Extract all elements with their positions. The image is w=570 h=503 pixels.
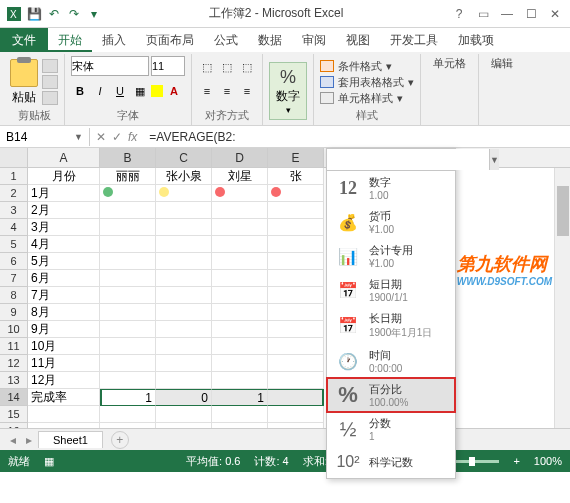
align-bottom-icon[interactable]: ⬚ — [238, 58, 256, 76]
row-header[interactable]: 10 — [0, 321, 28, 338]
cell[interactable] — [156, 219, 212, 236]
format-option-fraction[interactable]: ½分数1 — [327, 412, 455, 446]
font-color-button[interactable]: A — [165, 82, 183, 100]
formula-input[interactable]: =AVERAGE(B2: — [143, 128, 570, 146]
cell[interactable]: 张小泉 — [156, 168, 212, 185]
column-header[interactable]: D — [212, 148, 268, 167]
cell[interactable] — [100, 236, 156, 253]
row-header[interactable]: 16 — [0, 423, 28, 428]
redo-icon[interactable]: ↷ — [66, 6, 82, 22]
fill-color-button[interactable] — [151, 85, 163, 97]
cell[interactable] — [212, 372, 268, 389]
chevron-down-icon[interactable]: ▼ — [489, 149, 499, 170]
format-option-time[interactable]: 🕐时间0:00:00 — [327, 344, 455, 378]
copy-icon[interactable] — [42, 75, 58, 89]
border-button[interactable]: ▦ — [131, 82, 149, 100]
cell[interactable] — [268, 406, 324, 423]
row-header[interactable]: 15 — [0, 406, 28, 423]
help-icon[interactable]: ? — [450, 7, 468, 21]
cell[interactable]: 刘星 — [212, 168, 268, 185]
cancel-formula-icon[interactable]: ✕ — [96, 130, 106, 144]
sheet-nav-prev-icon[interactable]: ◂ — [6, 433, 20, 447]
accept-formula-icon[interactable]: ✓ — [112, 130, 122, 144]
chevron-down-icon[interactable]: ▼ — [74, 132, 83, 142]
cell[interactable]: 0 — [156, 389, 212, 406]
cell[interactable] — [212, 406, 268, 423]
align-top-icon[interactable]: ⬚ — [198, 58, 216, 76]
addins-tab[interactable]: 加载项 — [448, 28, 504, 52]
cell[interactable] — [100, 355, 156, 372]
maximize-icon[interactable]: ☐ — [522, 7, 540, 21]
number-format-button[interactable]: % 数字 ▾ — [269, 62, 307, 120]
cell[interactable] — [100, 423, 156, 428]
format-option-percent[interactable]: %百分比100.00% — [327, 378, 455, 412]
cell[interactable] — [268, 423, 324, 428]
row-header[interactable]: 1 — [0, 168, 28, 185]
underline-button[interactable]: U — [111, 82, 129, 100]
cell[interactable]: 完成率 — [28, 389, 100, 406]
formulas-tab[interactable]: 公式 — [204, 28, 248, 52]
minimize-icon[interactable]: — — [498, 7, 516, 21]
format-option-12[interactable]: 12数字1.00 — [327, 171, 455, 205]
cell[interactable] — [268, 185, 324, 202]
cell[interactable] — [156, 287, 212, 304]
format-option-longdate[interactable]: 📅长日期1900年1月1日 — [327, 307, 455, 344]
cell[interactable] — [212, 304, 268, 321]
view-tab[interactable]: 视图 — [336, 28, 380, 52]
cell[interactable] — [268, 389, 324, 406]
cell[interactable]: 7月 — [28, 287, 100, 304]
paste-button[interactable]: 粘贴 — [10, 59, 38, 106]
cell[interactable] — [268, 338, 324, 355]
cell[interactable] — [212, 185, 268, 202]
italic-button[interactable]: I — [91, 82, 109, 100]
cell[interactable] — [28, 423, 100, 428]
cell[interactable]: 张 — [268, 168, 324, 185]
row-header[interactable]: 4 — [0, 219, 28, 236]
cell[interactable]: 12月 — [28, 372, 100, 389]
font-name-select[interactable] — [71, 56, 149, 76]
zoom-in-icon[interactable]: + — [513, 455, 519, 467]
add-sheet-button[interactable]: + — [111, 431, 129, 449]
column-header[interactable]: A — [28, 148, 100, 167]
cell[interactable] — [100, 219, 156, 236]
cell[interactable] — [268, 355, 324, 372]
data-tab[interactable]: 数据 — [248, 28, 292, 52]
cell[interactable] — [156, 304, 212, 321]
cell[interactable]: 1 — [100, 389, 156, 406]
cell[interactable] — [156, 372, 212, 389]
cell[interactable] — [156, 423, 212, 428]
cell[interactable] — [268, 253, 324, 270]
row-header[interactable]: 3 — [0, 202, 28, 219]
cell[interactable] — [268, 372, 324, 389]
cut-icon[interactable] — [42, 59, 58, 73]
format-option-shortdate[interactable]: 📅短日期1900/1/1 — [327, 273, 455, 307]
row-header[interactable]: 12 — [0, 355, 28, 372]
format-option-currency[interactable]: 💰货币¥1.00 — [327, 205, 455, 239]
file-tab[interactable]: 文件 — [0, 28, 48, 52]
cell[interactable]: 2月 — [28, 202, 100, 219]
cell[interactable]: 11月 — [28, 355, 100, 372]
format-search-input[interactable] — [327, 149, 489, 170]
cell[interactable] — [156, 406, 212, 423]
cell[interactable] — [268, 236, 324, 253]
bold-button[interactable]: B — [71, 82, 89, 100]
cell[interactable] — [212, 287, 268, 304]
undo-icon[interactable]: ↶ — [46, 6, 62, 22]
cell[interactable]: 1 — [212, 389, 268, 406]
cell[interactable] — [156, 338, 212, 355]
ribbon-options-icon[interactable]: ▭ — [474, 7, 492, 21]
cell[interactable] — [156, 202, 212, 219]
cell[interactable]: 6月 — [28, 270, 100, 287]
cell[interactable]: 1月 — [28, 185, 100, 202]
format-painter-icon[interactable] — [42, 91, 58, 105]
row-header[interactable]: 13 — [0, 372, 28, 389]
cell[interactable] — [212, 270, 268, 287]
align-left-icon[interactable]: ≡ — [198, 82, 216, 100]
cell[interactable] — [100, 202, 156, 219]
cell[interactable]: 丽丽 — [100, 168, 156, 185]
conditional-format-button[interactable]: 条件格式▾ — [320, 59, 414, 74]
sheet-nav-next-icon[interactable]: ▸ — [22, 433, 36, 447]
align-middle-icon[interactable]: ⬚ — [218, 58, 236, 76]
review-tab[interactable]: 审阅 — [292, 28, 336, 52]
cell[interactable] — [212, 236, 268, 253]
